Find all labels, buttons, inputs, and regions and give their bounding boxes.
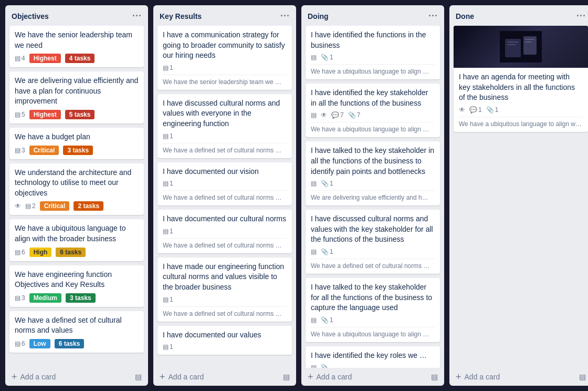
- card[interactable]: I have identified the key roles we … ▤ 📎: [306, 346, 440, 368]
- card-cardcount-group: ▤ 3: [15, 294, 25, 302]
- card-icon: ▤: [311, 180, 317, 187]
- add-card-button-key-results[interactable]: + Add a card ▤: [153, 368, 296, 386]
- icon-count: 3: [22, 147, 25, 154]
- card-cardcount-group: ▤: [311, 54, 317, 61]
- icon-count: 1: [330, 180, 333, 187]
- card-icon: ▤: [163, 296, 169, 303]
- card-meta: ▤ 📎: [311, 364, 435, 368]
- card[interactable]: We have a ubiquitous language to align w…: [9, 219, 144, 261]
- tasks-badge: 2 tasks: [74, 201, 103, 211]
- card-title: I have talked to the key stakeholder for…: [311, 282, 435, 313]
- card-meta: 👁 ▤ 2 Critical2 tasks: [15, 201, 139, 211]
- card[interactable]: I have talked to the key stakeholder in …: [306, 141, 440, 205]
- card-meta: ▤ 1: [163, 64, 287, 71]
- priority-badge: High: [29, 248, 52, 257]
- card-meta: ▤ 📎 1: [311, 248, 435, 255]
- card-cardcount-group: ▤ 1: [163, 228, 173, 235]
- tasks-badge: 5 tasks: [65, 110, 95, 119]
- card-eye-group: 👁: [15, 202, 21, 210]
- add-card-button-done[interactable]: + Add a card ▤: [449, 368, 588, 386]
- priority-badge: Critical: [29, 146, 59, 155]
- card[interactable]: We have a defined set of cultural norms …: [9, 311, 144, 353]
- card[interactable]: I have an agenda for meeting with key st…: [454, 26, 588, 132]
- icon-count: 1: [170, 228, 173, 235]
- cards-key-results: I have a communication strategy for goin…: [153, 26, 296, 368]
- add-card-label: Add a card: [465, 373, 500, 381]
- card-title: I have documented our vision: [163, 167, 287, 177]
- card-count-group: 📎: [321, 364, 330, 368]
- icon-count: 7: [357, 111, 361, 119]
- card-preview: We have a defined set of cultural norms …: [311, 259, 435, 270]
- card-meta: 👁 💬 1 📎 1: [459, 106, 583, 114]
- card-count-group: 📎 1: [321, 316, 333, 324]
- attach-icon: 📎: [348, 111, 356, 119]
- attach-icon: 📎: [486, 106, 494, 114]
- card-cardcount-group: ▤ 3: [15, 147, 25, 154]
- plus-icon: +: [12, 372, 17, 382]
- card[interactable]: I have a communication strategy for goin…: [158, 26, 292, 90]
- card-icon: ▤: [15, 340, 20, 347]
- card[interactable]: I have talked to the key stakeholder for…: [306, 278, 440, 342]
- icon-count: 1: [170, 343, 173, 351]
- card[interactable]: I have documented our vision ▤ 1 We have…: [158, 162, 292, 206]
- card-icon: ▤: [163, 64, 169, 71]
- column-menu-button[interactable]: ···: [132, 11, 142, 22]
- card[interactable]: I have discussed cultural norms and valu…: [158, 94, 292, 158]
- icon-count: 3: [22, 294, 25, 302]
- comment-icon: 💬: [331, 111, 339, 119]
- card-meta: ▤ 1: [163, 180, 287, 187]
- card-title: I have documented our cultural norms: [163, 214, 287, 224]
- priority-badge: Medium: [29, 293, 61, 303]
- icon-count: 1: [330, 316, 333, 324]
- add-card-template-icon: ▤: [283, 373, 290, 381]
- add-card-template-icon: ▤: [579, 373, 586, 381]
- card-meta: ▤ 5 Highest5 tasks: [15, 110, 139, 119]
- card-cardcount-group: ▤: [311, 364, 317, 368]
- card-meta: ▤ 📎 1: [311, 316, 435, 324]
- card-preview: We have the senior leadership team we …: [163, 75, 287, 86]
- cards-done: I have an agenda for meeting with key st…: [449, 26, 588, 368]
- column-objectives: Objectives ···We have the senior leaders…: [5, 5, 148, 386]
- card[interactable]: We have a budget plan ▤ 3 Critical3 task…: [9, 128, 144, 159]
- card[interactable]: We understand the architecture and techn…: [9, 163, 144, 215]
- add-card-button-doing[interactable]: + Add a card ▤: [301, 368, 444, 386]
- card-meta: ▤ 6 High6 tasks: [15, 248, 139, 257]
- card-cardcount-group: ▤: [311, 180, 317, 187]
- tasks-badge: 6 tasks: [56, 248, 86, 257]
- card-icon: ▤: [15, 249, 20, 256]
- column-menu-button[interactable]: ···: [280, 11, 290, 22]
- add-card-template-icon: ▤: [431, 373, 438, 381]
- card-title: I have identified the key roles we …: [311, 351, 435, 361]
- card[interactable]: We have the senior leadership team we ne…: [9, 26, 144, 67]
- card-count-group: 📎 1: [321, 54, 333, 61]
- kanban-board: Objectives ···We have the senior leaders…: [0, 0, 588, 391]
- tasks-badge: 4 tasks: [65, 54, 95, 63]
- card-meta: ▤ 3 Critical3 tasks: [15, 146, 139, 155]
- add-card-button-objectives[interactable]: + Add a card ▤: [5, 368, 148, 386]
- card[interactable]: I have made our engineering function cul…: [158, 258, 292, 322]
- card[interactable]: We are delivering value efficiently and …: [9, 71, 144, 124]
- column-menu-button[interactable]: ···: [428, 11, 438, 22]
- card-preview: We have a ubiquitous language to align w…: [459, 117, 583, 128]
- card-meta: ▤ 4 Highest4 tasks: [15, 54, 139, 63]
- add-card-template-icon: ▤: [135, 373, 142, 381]
- add-card-label: Add a card: [20, 373, 56, 381]
- icon-count: 1: [330, 54, 333, 61]
- column-title: Done: [456, 12, 474, 20]
- card[interactable]: I have documented our cultural norms ▤ 1…: [158, 210, 292, 253]
- card-icon: ▤: [15, 147, 20, 154]
- attach-icon: 📎: [321, 316, 329, 324]
- column-menu-button[interactable]: ···: [576, 11, 586, 22]
- card-title: We have a defined set of cultural norms …: [15, 315, 139, 336]
- card-icon: ▤: [311, 364, 317, 368]
- card-title: We are delivering value efficiently and …: [15, 76, 139, 107]
- card-preview: We have a defined set of cultural norms …: [163, 306, 287, 317]
- card-cardcount-group: ▤ 1: [163, 180, 173, 187]
- card[interactable]: I have documented our values ▤ 1: [158, 326, 292, 355]
- card[interactable]: I have discussed cultural norms and valu…: [306, 210, 440, 274]
- card[interactable]: I have identified the key stakeholder in…: [306, 84, 440, 137]
- card[interactable]: We have engineering function Objectives …: [9, 265, 144, 307]
- card[interactable]: I have identified the functions in the b…: [306, 26, 440, 79]
- svg-rect-6: [525, 42, 531, 43]
- icon-count: 4: [22, 55, 25, 62]
